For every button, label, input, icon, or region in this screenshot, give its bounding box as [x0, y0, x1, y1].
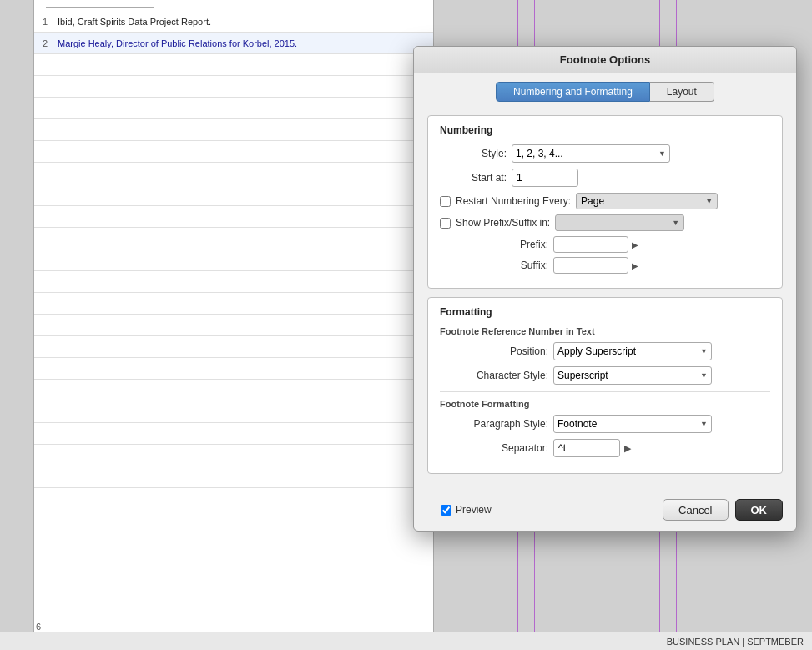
start-at-row: Start at: — [440, 169, 770, 187]
prefix-input[interactable] — [553, 236, 628, 253]
character-style-row: Character Style: Superscript ▼ — [440, 366, 770, 385]
cancel-button[interactable]: Cancel — [663, 499, 728, 521]
style-select[interactable]: 1, 2, 3, 4... ▼ — [512, 144, 670, 163]
ref-number-subtitle: Footnote Reference Number in Text — [440, 326, 770, 336]
position-select-value: Apply Superscript — [557, 345, 636, 357]
ok-button[interactable]: OK — [735, 499, 784, 521]
paragraph-style-label: Paragraph Style: — [440, 418, 548, 430]
style-select-arrow: ▼ — [658, 149, 666, 158]
show-prefix-label: Show Prefix/Suffix in: — [456, 217, 550, 229]
formatting-section: Formatting Footnote Reference Number in … — [427, 297, 783, 474]
paragraph-style-select[interactable]: Footnote ▼ — [553, 415, 712, 433]
style-label: Style: — [440, 148, 507, 159]
dialog-buttons: Cancel OK — [663, 499, 783, 521]
formatting-divider — [440, 391, 770, 392]
restart-numbering-value: Page — [581, 195, 604, 207]
dialog-titlebar: Footnote Options — [414, 47, 796, 73]
restart-numbering-row: Restart Numbering Every: Page ▼ — [440, 193, 770, 209]
formatting-section-title: Formatting — [440, 306, 770, 318]
restart-select-arrow: ▼ — [705, 197, 713, 205]
dialog-footer: Preview Cancel OK — [414, 494, 796, 531]
start-at-label: Start at: — [440, 172, 507, 184]
style-select-value: 1, 2, 3, 4... — [516, 148, 563, 159]
start-at-input[interactable] — [512, 169, 578, 187]
separator-label: Separator: — [440, 442, 548, 454]
preview-row: Preview — [427, 504, 505, 516]
paragraph-style-field-value: Footnote ▼ — [553, 415, 770, 433]
position-row: Position: Apply Superscript ▼ — [440, 342, 770, 360]
position-select-arrow: ▼ — [700, 347, 708, 355]
suffix-arrow[interactable]: ▶ — [632, 261, 638, 270]
show-prefix-select[interactable]: ▼ — [555, 214, 684, 231]
tab-layout[interactable]: Layout — [650, 82, 714, 102]
suffix-label: Suffix: — [440, 259, 548, 271]
show-prefix-arrow: ▼ — [672, 219, 679, 227]
start-at-field-value — [512, 169, 770, 187]
restart-numbering-label: Restart Numbering Every: — [456, 195, 571, 207]
tabs-container: Numbering and Formatting Layout — [414, 73, 796, 107]
style-field-value: 1, 2, 3, 4... ▼ — [512, 144, 770, 163]
restart-numbering-select[interactable]: Page ▼ — [576, 193, 718, 209]
character-style-arrow: ▼ — [700, 371, 708, 380]
show-prefix-checkbox[interactable] — [440, 218, 451, 229]
footnote-options-dialog: Footnote Options Numbering and Formattin… — [413, 46, 797, 532]
suffix-input[interactable] — [553, 257, 628, 274]
character-style-field-value: Superscript ▼ — [553, 366, 770, 385]
numbering-section-title: Numbering — [440, 124, 770, 136]
show-prefix-row: Show Prefix/Suffix in: ▼ — [440, 214, 770, 231]
restart-numbering-checkbox[interactable] — [440, 196, 451, 207]
separator-field-value: ▶ — [553, 439, 770, 457]
character-style-select[interactable]: Superscript ▼ — [553, 366, 712, 385]
preview-label: Preview — [456, 504, 492, 516]
position-field-value: Apply Superscript ▼ — [553, 342, 770, 360]
paragraph-style-arrow: ▼ — [700, 420, 708, 428]
character-style-value: Superscript — [557, 370, 608, 381]
dialog-overlay: Footnote Options Numbering and Formattin… — [0, 0, 812, 650]
prefix-label: Prefix: — [440, 239, 548, 250]
position-select[interactable]: Apply Superscript ▼ — [553, 342, 712, 360]
footnote-formatting-subtitle: Footnote Formatting — [440, 399, 770, 409]
dialog-title: Footnote Options — [560, 53, 650, 66]
prefix-row: Prefix: ▶ — [440, 236, 770, 253]
character-style-label: Character Style: — [440, 370, 548, 381]
preview-checkbox[interactable] — [441, 505, 451, 516]
separator-arrow[interactable]: ▶ — [624, 443, 631, 454]
separator-input[interactable] — [553, 439, 620, 457]
paragraph-style-value: Footnote — [557, 418, 597, 430]
tab-numbering-formatting[interactable]: Numbering and Formatting — [496, 82, 650, 102]
prefix-arrow[interactable]: ▶ — [632, 240, 638, 249]
numbering-section: Numbering Style: 1, 2, 3, 4... ▼ Start a… — [427, 115, 783, 289]
position-label: Position: — [440, 345, 548, 357]
style-row: Style: 1, 2, 3, 4... ▼ — [440, 144, 770, 163]
suffix-row: Suffix: ▶ — [440, 257, 770, 274]
paragraph-style-row: Paragraph Style: Footnote ▼ — [440, 415, 770, 433]
separator-row: Separator: ▶ — [440, 439, 770, 457]
dialog-content: Numbering Style: 1, 2, 3, 4... ▼ Start a… — [414, 107, 796, 494]
